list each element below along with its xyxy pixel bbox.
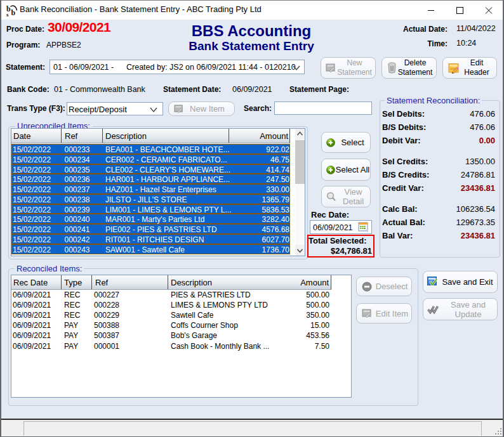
svg-text:s: s — [6, 11, 9, 17]
svg-text:b: b — [11, 8, 16, 17]
